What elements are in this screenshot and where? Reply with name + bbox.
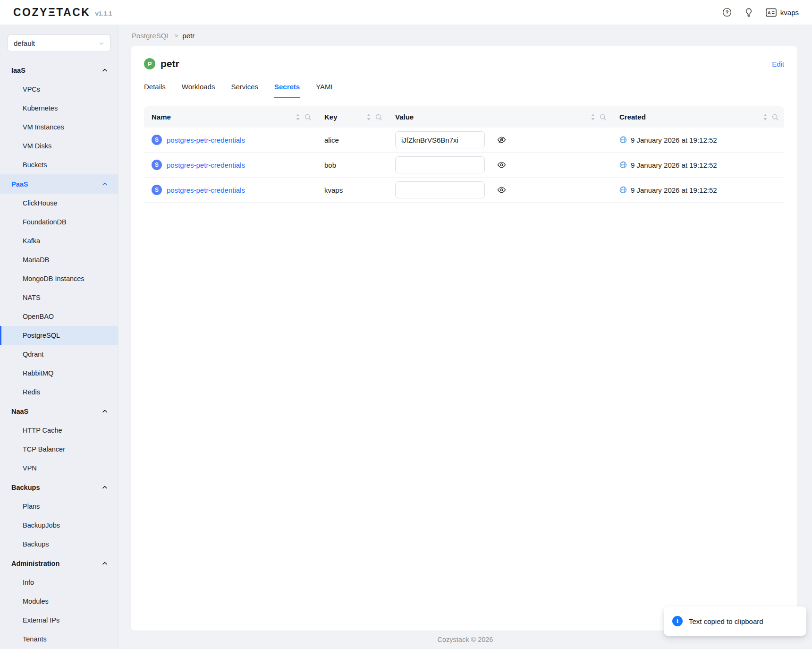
secret-name-link[interactable]: postgres-petr-credentials bbox=[167, 136, 245, 144]
sidebar-item-vm-disks[interactable]: VM Disks bbox=[0, 137, 118, 155]
help-icon[interactable]: ? bbox=[722, 8, 732, 17]
eye-off-icon[interactable] bbox=[497, 136, 506, 144]
column-header-value: Value bbox=[388, 113, 612, 121]
sidebar-item-info[interactable]: Info bbox=[0, 573, 118, 592]
key-cell: kvaps bbox=[317, 186, 388, 194]
sidebar-item-mariadb[interactable]: MariaDB bbox=[0, 250, 118, 269]
sort-icon[interactable] bbox=[763, 113, 768, 121]
created-timestamp: 9 January 2026 at 19:12:52 bbox=[631, 161, 717, 169]
svg-text:?: ? bbox=[725, 9, 728, 15]
header-actions: ? kvaps bbox=[722, 8, 799, 17]
value-cell bbox=[388, 156, 612, 173]
chevron-up-icon bbox=[102, 409, 108, 414]
sidebar-item-redis[interactable]: Redis bbox=[0, 383, 118, 401]
sidebar-item-rabbitmq[interactable]: RabbitMQ bbox=[0, 364, 118, 383]
sidebar-item-kubernetes[interactable]: Kubernetes bbox=[0, 99, 118, 118]
secret-value-input[interactable] bbox=[395, 181, 485, 198]
idcard-icon bbox=[766, 8, 777, 17]
sidebar-item-tenants[interactable]: Tenants bbox=[0, 630, 118, 649]
key-cell: bob bbox=[317, 161, 388, 169]
sidebar-item-openbao[interactable]: OpenBAO bbox=[0, 307, 118, 326]
sidebar-item-foundationdb[interactable]: FoundationDB bbox=[0, 213, 118, 231]
sidebar-item-vm-instances[interactable]: VM Instances bbox=[0, 118, 118, 137]
search-icon[interactable] bbox=[304, 114, 311, 120]
avatar: P bbox=[144, 58, 155, 69]
sidebar-item-modules[interactable]: Modules bbox=[0, 592, 118, 611]
sidebar-section-administration[interactable]: Administration bbox=[0, 554, 118, 573]
sidebar-item-vpcs[interactable]: VPCs bbox=[0, 80, 118, 99]
sidebar-item-nats[interactable]: NATS bbox=[0, 288, 118, 307]
tab-secrets[interactable]: Secrets bbox=[274, 83, 300, 98]
sidebar-item-clickhouse[interactable]: ClickHouse bbox=[0, 194, 118, 213]
sidebar-item-external-ips[interactable]: External IPs bbox=[0, 611, 118, 630]
sidebar-item-vpn[interactable]: VPN bbox=[0, 459, 118, 478]
sort-icon[interactable] bbox=[366, 113, 371, 121]
sidebar-item-backupjobs[interactable]: BackupJobs bbox=[0, 516, 118, 535]
chevron-up-icon bbox=[102, 181, 108, 187]
breadcrumb-parent[interactable]: PostgreSQL bbox=[132, 32, 170, 40]
secrets-table: Name Key Value bbox=[144, 106, 784, 203]
lightbulb-icon[interactable] bbox=[744, 8, 753, 17]
column-header-key: Key bbox=[317, 113, 388, 121]
tabs: Details Workloads Services Secrets YAML bbox=[144, 83, 784, 98]
sidebar-item-kafka[interactable]: Kafka bbox=[0, 231, 118, 250]
secret-value-input[interactable] bbox=[395, 131, 485, 148]
info-icon bbox=[672, 616, 683, 626]
toast-notification: Text copied to clipboard bbox=[664, 606, 806, 636]
column-label: Name bbox=[152, 113, 171, 121]
tenant-selector[interactable]: default bbox=[8, 34, 110, 52]
sidebar-item-plans[interactable]: Plans bbox=[0, 497, 118, 516]
sidebar: default IaaS VPCs Kubernetes VM Instance… bbox=[0, 25, 118, 649]
created-timestamp: 9 January 2026 at 19:12:52 bbox=[631, 186, 717, 194]
edit-button[interactable]: Edit bbox=[772, 60, 784, 68]
sidebar-item-backups[interactable]: Backups bbox=[0, 535, 118, 554]
column-header-name: Name bbox=[144, 113, 317, 121]
search-icon[interactable] bbox=[600, 114, 606, 120]
app-logo[interactable]: COZYΞTACK bbox=[13, 6, 90, 19]
sidebar-section-naas[interactable]: NaaS bbox=[0, 401, 118, 421]
chevron-down-icon bbox=[99, 41, 104, 46]
tab-details[interactable]: Details bbox=[144, 83, 166, 98]
sidebar-item-http-cache[interactable]: HTTP Cache bbox=[0, 421, 118, 440]
sort-icon[interactable] bbox=[591, 113, 595, 121]
created-cell: 9 January 2026 at 19:12:52 bbox=[612, 136, 784, 144]
secret-value-input[interactable] bbox=[395, 156, 485, 173]
sidebar-item-buckets[interactable]: Buckets bbox=[0, 155, 118, 174]
eye-icon[interactable] bbox=[497, 186, 506, 194]
sidebar-section-label: PaaS bbox=[11, 180, 28, 188]
sidebar-item-postgresql[interactable]: PostgreSQL bbox=[0, 326, 118, 345]
main-content: PostgreSQL > petr P petr Edit Details Wo… bbox=[118, 25, 812, 649]
sidebar-section-backups[interactable]: Backups bbox=[0, 478, 118, 497]
created-cell: 9 January 2026 at 19:12:52 bbox=[612, 161, 784, 169]
eye-icon[interactable] bbox=[497, 161, 506, 169]
sort-icon[interactable] bbox=[296, 113, 300, 121]
tab-yaml[interactable]: YAML bbox=[316, 83, 335, 98]
chevron-up-icon bbox=[102, 68, 108, 73]
column-label: Key bbox=[324, 113, 338, 121]
secret-badge-icon: S bbox=[152, 160, 162, 170]
value-cell bbox=[388, 131, 612, 148]
table-row: S postgres-petr-credentials alice 9 Janu… bbox=[144, 128, 784, 153]
app-version: v1.1.1 bbox=[95, 10, 112, 17]
name-cell: S postgres-petr-credentials bbox=[144, 135, 317, 145]
sidebar-section-label: Administration bbox=[11, 560, 59, 567]
sidebar-section-paas[interactable]: PaaS bbox=[0, 174, 118, 194]
toast-message: Text copied to clipboard bbox=[689, 617, 763, 625]
tab-workloads[interactable]: Workloads bbox=[182, 83, 215, 98]
column-label: Created bbox=[619, 113, 646, 121]
search-icon[interactable] bbox=[375, 114, 382, 120]
search-icon[interactable] bbox=[772, 114, 778, 120]
user-menu[interactable]: kvaps bbox=[766, 8, 799, 17]
value-cell bbox=[388, 181, 612, 198]
secret-name-link[interactable]: postgres-petr-credentials bbox=[167, 161, 245, 169]
sidebar-section-label: Backups bbox=[11, 484, 40, 491]
app-header: COZYΞTACK v1.1.1 ? kvaps bbox=[0, 0, 812, 25]
tab-services[interactable]: Services bbox=[231, 83, 258, 98]
secret-name-link[interactable]: postgres-petr-credentials bbox=[167, 186, 245, 194]
chevron-up-icon bbox=[102, 561, 108, 566]
sidebar-item-tcp-balancer[interactable]: TCP Balancer bbox=[0, 440, 118, 459]
sidebar-item-mongodb-instances[interactable]: MongoDB Instances bbox=[0, 269, 118, 288]
sidebar-item-qdrant[interactable]: Qdrant bbox=[0, 345, 118, 364]
sidebar-section-iaas[interactable]: IaaS bbox=[0, 60, 118, 80]
breadcrumb-current: petr bbox=[182, 32, 195, 40]
